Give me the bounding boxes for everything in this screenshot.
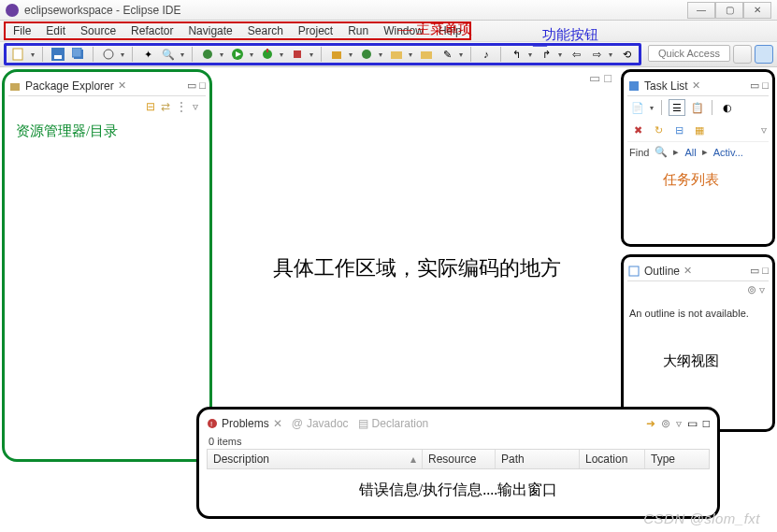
wand-icon[interactable]: ✦ [139,46,156,63]
minimize-view-icon[interactable]: ▭ [187,79,196,92]
svg-point-6 [203,50,212,59]
run-icon[interactable] [229,46,246,63]
back-icon[interactable]: ⇦ [568,46,584,63]
maximize-button[interactable]: ▢ [715,2,743,19]
filters-icon[interactable]: ⊚ [661,417,670,430]
save-all-icon[interactable] [70,46,87,63]
open-perspective-button[interactable] [733,45,752,64]
minimize-view-icon[interactable]: ▭ [750,79,759,92]
close-icon[interactable]: ✕ [692,79,700,92]
annotation-task-list: 任务列表 [663,171,777,189]
collapse-all-icon[interactable]: ⊟ [146,100,155,113]
annotation-pkg-explorer: 资源管理器/目录 [16,122,213,140]
chevron-down-icon[interactable]: ▾ [250,50,255,59]
toggle-mark-icon[interactable]: ♪ [478,46,495,63]
synchronize-icon[interactable]: ↻ [650,122,667,138]
chevron-down-icon[interactable]: ▾ [409,50,414,59]
chevron-down-icon[interactable]: ▾ [459,50,465,59]
chevron-down-icon[interactable]: ▾ [609,50,614,59]
menu-refactor[interactable]: Refactor [123,22,180,39]
link-editor-icon[interactable]: ⇄ [161,100,170,113]
focus-problems-icon[interactable]: ➜ [646,417,655,430]
svg-rect-10 [266,49,268,52]
maximize-editor-icon[interactable]: □ [604,71,612,85]
menu-run[interactable]: Run [340,22,376,39]
col-type[interactable]: Type [645,450,701,468]
chevron-down-icon[interactable]: ▾ [121,50,126,59]
maximize-view-icon[interactable]: □ [762,79,769,92]
chevron-down-icon[interactable]: ▾ [558,50,564,59]
minimize-view-icon[interactable]: ▭ [750,265,759,277]
search-icon[interactable]: 🔍 [160,46,177,63]
coverage-icon[interactable] [259,46,276,63]
new-task-icon[interactable]: 📄 [629,99,646,116]
tab-problems[interactable]: ! Problems ✕ [207,417,282,430]
view-menu-icon[interactable]: ▿ [676,417,682,430]
task-list-icon [627,79,640,93]
chevron-down-icon[interactable]: ▾ [31,50,36,59]
filter-activate[interactable]: Activ... [713,147,743,158]
chevron-down-icon[interactable]: ▾ [180,50,186,59]
menu-project[interactable]: Project [291,22,340,39]
close-icon[interactable]: ✕ [683,265,692,277]
view-menu-icon[interactable]: ▿ [759,283,765,296]
task-repo-icon[interactable]: ▦ [691,122,708,138]
new-icon[interactable] [10,46,27,63]
chevron-down-icon[interactable]: ▾ [220,50,225,59]
save-icon[interactable] [50,46,66,63]
new-class-icon[interactable] [358,46,375,63]
search-icon[interactable]: 🔍 [655,146,668,158]
col-description[interactable]: Description▴ [208,450,423,468]
menu-source[interactable]: Source [73,22,123,39]
outline-icon [627,265,640,278]
svg-point-5 [104,50,113,59]
chevron-down-icon[interactable]: ▾ [379,50,384,59]
col-location[interactable]: Location [580,450,645,468]
filter-icon[interactable]: ✎ [439,46,455,63]
menu-search[interactable]: Search [240,22,291,39]
problems-view: ! Problems ✕ @ Javadoc ▤ Declaration ➜ ⊚… [196,407,720,519]
minimize-view-icon[interactable]: ▭ [687,417,698,430]
chevron-down-icon[interactable]: ▾ [309,50,315,59]
maximize-view-icon[interactable]: □ [703,417,710,430]
ext-tools-icon[interactable] [289,46,306,63]
debug-icon[interactable] [199,46,216,63]
hide-completed-icon[interactable]: ✖ [629,122,646,138]
prev-annotation-icon[interactable]: ↰ [508,46,525,63]
close-icon[interactable]: ✕ [118,79,126,92]
view-menu-icon[interactable]: ▿ [761,123,767,137]
minimize-editor-icon[interactable]: ▭ [589,71,600,85]
maximize-view-icon[interactable]: □ [199,79,206,92]
categorized-icon[interactable]: ☰ [669,99,685,116]
tab-javadoc[interactable]: @ Javadoc [292,417,349,430]
quick-access[interactable]: Quick Access [648,45,730,62]
forward-icon[interactable]: ⇨ [588,46,605,63]
problems-icon: ! [207,418,218,429]
chevron-down-icon[interactable]: ▾ [349,50,354,59]
focus-workweek-icon[interactable]: ◐ [719,99,736,116]
minimize-button[interactable]: — [687,2,715,19]
col-resource[interactable]: Resource [423,450,496,468]
menu-edit[interactable]: Edit [38,22,73,39]
close-button[interactable]: ✕ [743,2,771,19]
menu-file[interactable]: File [6,22,38,39]
menu-navigate[interactable]: Navigate [180,22,239,39]
view-menu-icon[interactable]: ▿ [193,100,198,113]
tab-declaration[interactable]: ▤ Declaration [358,417,429,430]
collapse-all-icon[interactable]: ⊟ [670,122,687,138]
scheduled-icon[interactable]: 📋 [689,99,706,116]
focus-outline-icon[interactable]: ⊚ [747,283,756,296]
focus-task-icon[interactable]: ⋮ [176,100,187,113]
close-icon[interactable]: ✕ [273,417,282,430]
last-edit-icon[interactable]: ⟲ [618,46,635,63]
filter-all[interactable]: All [684,147,696,158]
outline-view: Outline ✕ ▭ □ ⊚ ▿ An outline is not avai… [621,254,775,432]
open-type-icon[interactable] [100,46,117,63]
maximize-view-icon[interactable]: □ [762,265,769,277]
java-perspective-button[interactable] [755,45,773,64]
new-package-icon[interactable] [328,46,345,63]
chevron-down-icon[interactable]: ▾ [280,50,285,59]
open-task-icon[interactable] [418,46,435,63]
new-folder-icon[interactable] [388,46,405,63]
col-path[interactable]: Path [496,450,580,468]
